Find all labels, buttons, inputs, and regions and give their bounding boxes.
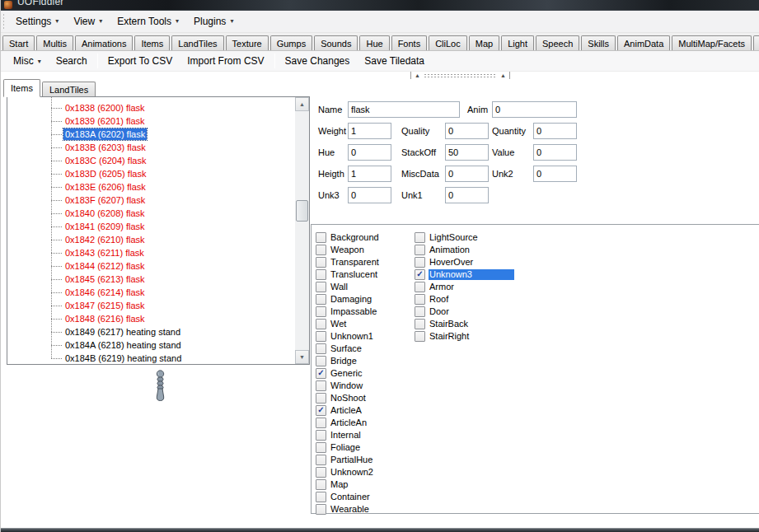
anim-field[interactable] [492,101,577,118]
menu-item[interactable]: View ▾ [66,12,110,30]
flag-checkbox[interactable]: ✓ [316,245,326,255]
flag-checkbox[interactable]: ✓ [316,405,326,416]
quality-field[interactable] [445,123,489,139]
flag-row[interactable]: ✓ Generic [316,367,380,380]
tree-item[interactable]: 0x1848 (6216) flask [7,312,295,325]
unk1-field[interactable] [445,187,489,203]
tree-item[interactable]: 0x183E (6206) flask [7,180,295,194]
flag-row[interactable]: ✓ Unknown3 [415,268,514,281]
sub-tab[interactable]: LandTiles [42,82,96,96]
weight-field[interactable] [348,123,391,139]
flag-checkbox[interactable]: ✓ [316,455,326,465]
flag-checkbox[interactable]: ✓ [415,257,425,268]
flag-checkbox[interactable]: ✓ [316,368,326,379]
flag-row[interactable]: ✓ Transparent [316,256,380,268]
toolbar-button[interactable]: Search ▾ [49,53,95,69]
tree-item[interactable]: 0x183B (6203) flask [7,141,295,154]
tree-item[interactable]: 0x183A (6202) flask [7,128,295,141]
flag-checkbox[interactable]: ✓ [316,380,326,391]
sub-tab[interactable]: Items [3,79,40,97]
flag-row[interactable]: ✓ Door [415,306,514,318]
value-field[interactable] [533,144,577,161]
tree-item[interactable]: 0x184A (6218) heating stand [7,338,295,352]
tree-item[interactable]: 0x1849 (6217) heating stand [7,325,295,338]
flag-row[interactable]: ✓ Armor [415,281,514,293]
flag-row[interactable]: ✓ Damaging [316,293,380,306]
scroll-thumb[interactable] [296,200,308,222]
flag-checkbox[interactable]: ✓ [415,306,425,317]
flag-checkbox[interactable]: ✓ [316,282,326,292]
flag-row[interactable]: ✓ Unknown1 [316,330,380,343]
flag-checkbox[interactable]: ✓ [316,331,326,342]
flag-row[interactable]: ✓ Unknown2 [316,466,380,478]
flag-row[interactable]: ✓ Weapon [316,244,380,256]
flag-checkbox[interactable]: ✓ [316,393,326,404]
flag-checkbox[interactable]: ✓ [316,294,326,305]
main-tab[interactable]: AnimData [617,35,670,50]
flag-checkbox[interactable]: ✓ [316,418,326,428]
menu-item[interactable]: Settings ▾ [8,12,66,30]
flag-row[interactable]: ✓ StairBack [415,318,514,330]
flag-row[interactable]: ✓ NoShoot [316,392,380,404]
flag-row[interactable]: ✓ PartialHue [316,454,380,466]
toolbar-button[interactable]: Import From CSV ▾ [180,53,271,69]
flag-row[interactable]: ✓ Background [316,231,380,244]
flag-checkbox[interactable]: ✓ [316,319,326,329]
flag-row[interactable]: ✓ Bridge [316,355,380,367]
miscdata-field[interactable] [445,166,489,182]
flag-checkbox[interactable]: ✓ [316,356,326,366]
flag-row[interactable]: ✓ ArticleA [316,404,380,417]
flag-checkbox[interactable]: ✓ [415,269,425,280]
main-tab[interactable]: MultiMap/Facets [672,35,752,50]
tree-item[interactable]: 0x1844 (6212) flask [7,259,295,273]
main-tab[interactable]: CliLoc [429,35,467,50]
main-tab[interactable]: Items [134,35,170,50]
name-field[interactable] [348,101,460,118]
quantity-field[interactable] [533,123,577,139]
flag-row[interactable]: ✓ Animation [415,244,514,256]
stackoff-field[interactable] [445,144,489,161]
tree-item[interactable]: 0x1846 (6214) flask [7,286,295,299]
splitter-handle[interactable]: ▲ ▲ [410,72,510,79]
flag-checkbox[interactable]: ✓ [415,232,425,243]
main-tab[interactable]: Fonts [391,35,428,50]
main-tab[interactable]: Animations [75,35,133,50]
flag-row[interactable]: ✓ LightSource [415,231,514,244]
flag-checkbox[interactable]: ✓ [316,257,326,268]
flag-checkbox[interactable]: ✓ [316,343,326,354]
main-tab[interactable]: Gumps [270,35,312,50]
flag-checkbox[interactable]: ✓ [316,467,326,478]
flag-row[interactable]: ✓ Container [316,491,380,503]
toolbar-button[interactable]: Save Changes ▾ [278,53,358,69]
flag-checkbox[interactable]: ✓ [316,232,326,243]
hue-field[interactable] [348,144,391,161]
flag-row[interactable]: ✓ Surface [316,343,380,355]
flag-row[interactable]: ✓ Roof [415,293,514,306]
main-tab[interactable]: Map [469,35,499,50]
tree-item[interactable]: 0x183C (6204) flask [7,154,295,167]
flag-row[interactable]: ✓ Internal [316,429,380,441]
flag-checkbox[interactable]: ✓ [415,319,425,329]
unk2-field[interactable] [533,166,577,182]
flag-row[interactable]: ✓ Map [316,478,380,491]
tree-item[interactable]: 0x1841 (6209) flask [7,220,295,233]
flag-checkbox[interactable]: ✓ [316,442,326,453]
main-tab[interactable]: Skills [581,35,616,50]
flag-checkbox[interactable]: ✓ [316,306,326,317]
tree-item[interactable]: 0x1843 (6211) flask [7,246,295,259]
flag-row[interactable]: ✓ Window [316,380,380,392]
main-tab[interactable]: Sounds [314,35,358,50]
menu-item[interactable]: Plugins ▾ [186,12,241,30]
tree-item[interactable]: 0x1845 (6213) flask [7,273,295,286]
scroll-down-button[interactable]: ▼ [295,350,309,364]
flag-row[interactable]: ✓ Foliage [316,441,380,454]
flag-checkbox[interactable]: ✓ [415,282,425,292]
main-tab[interactable]: Speech [536,35,579,50]
unk3-field[interactable] [348,187,391,203]
main-tab[interactable]: Light [501,35,534,50]
flag-row[interactable]: ✓ HoverOver [415,256,514,268]
menu-item[interactable]: Extern Tools ▾ [110,12,186,30]
tree-item[interactable]: 0x1838 (6200) flask [7,101,295,114]
flag-checkbox[interactable]: ✓ [316,269,326,280]
main-tab[interactable]: LandTiles [171,35,223,50]
